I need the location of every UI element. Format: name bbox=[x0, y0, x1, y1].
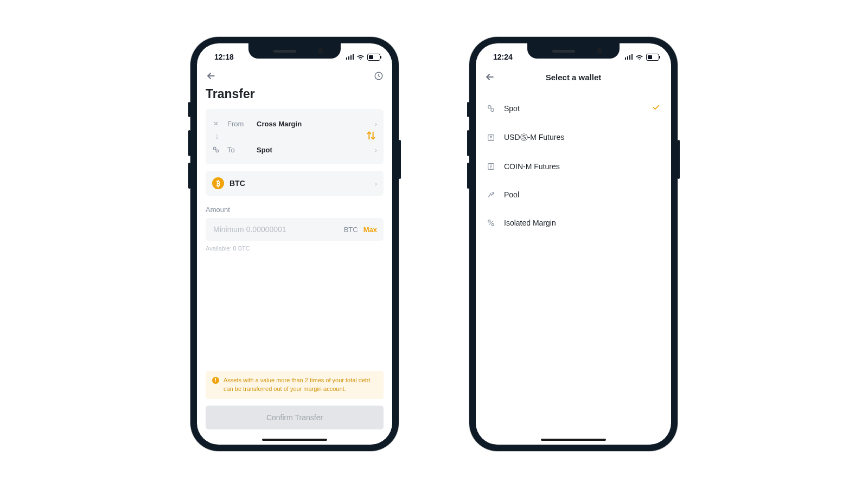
phone-left: 12:18 Transfer bbox=[190, 37, 399, 451]
spot-icon bbox=[487, 104, 496, 113]
svg-point-3 bbox=[488, 105, 491, 108]
from-value: Cross Margin bbox=[257, 120, 368, 128]
swap-direction-button[interactable] bbox=[365, 130, 377, 144]
svg-point-1 bbox=[213, 147, 216, 150]
status-time: 12:18 bbox=[214, 53, 234, 61]
wallet-label: COIN-M Futures bbox=[504, 162, 660, 171]
signal-icon bbox=[346, 54, 354, 60]
svg-point-4 bbox=[491, 108, 494, 111]
from-row[interactable]: From Cross Margin › bbox=[212, 114, 377, 133]
wallet-label: Spot bbox=[504, 104, 644, 113]
wallet-item-coinm-futures[interactable]: COIN-M Futures bbox=[484, 152, 662, 181]
battery-icon bbox=[646, 54, 659, 61]
info-note: ! Assets with a value more than 2 times … bbox=[206, 371, 384, 399]
select-wallet-screen: 12:24 Select a wallet Spot bbox=[476, 43, 671, 445]
phone-right: 12:24 Select a wallet Spot bbox=[469, 37, 678, 451]
cross-margin-icon bbox=[212, 120, 221, 127]
chevron-right-icon: › bbox=[375, 146, 377, 154]
to-value: Spot bbox=[257, 146, 368, 154]
asset-symbol: BTC bbox=[229, 179, 369, 188]
isolated-margin-icon bbox=[487, 219, 496, 227]
max-button[interactable]: Max bbox=[363, 226, 377, 234]
battery-icon bbox=[367, 54, 380, 61]
amount-unit: BTC bbox=[344, 226, 358, 234]
status-time: 12:24 bbox=[493, 53, 513, 61]
home-indicator[interactable] bbox=[541, 439, 606, 441]
transfer-screen: 12:18 Transfer bbox=[197, 43, 392, 445]
svg-point-2 bbox=[216, 150, 219, 152]
svg-point-8 bbox=[492, 223, 494, 226]
transfer-direction-card: From Cross Margin › To Spot › bbox=[206, 109, 384, 164]
pool-icon bbox=[487, 190, 496, 199]
btc-icon: ₿ bbox=[212, 177, 224, 189]
wifi-icon bbox=[635, 54, 643, 60]
signal-icon bbox=[625, 54, 633, 60]
wallet-list: Spot USDⓈ-M Futures COIN-M Futures bbox=[476, 88, 671, 242]
info-text: Assets with a value more than 2 times of… bbox=[224, 376, 377, 394]
wallet-item-usdsm-futures[interactable]: USDⓈ-M Futures bbox=[484, 123, 662, 152]
wallet-item-isolated-margin[interactable]: Isolated Margin bbox=[484, 209, 662, 237]
to-row[interactable]: To Spot › bbox=[212, 140, 377, 159]
svg-point-7 bbox=[488, 220, 490, 222]
top-bar bbox=[197, 65, 392, 85]
check-icon bbox=[652, 103, 660, 113]
futures-icon bbox=[487, 133, 496, 142]
wifi-icon bbox=[356, 54, 365, 60]
chevron-right-icon: › bbox=[375, 120, 377, 128]
back-icon[interactable] bbox=[206, 70, 216, 81]
chevron-right-icon: › bbox=[375, 179, 377, 188]
page-title: Transfer bbox=[197, 85, 392, 109]
wallet-label: USDⓈ-M Futures bbox=[504, 133, 660, 143]
amount-label: Amount bbox=[206, 206, 384, 214]
wallet-label: Isolated Margin bbox=[504, 219, 660, 227]
home-indicator[interactable] bbox=[262, 439, 327, 441]
amount-input[interactable] bbox=[212, 224, 339, 234]
info-icon: ! bbox=[212, 377, 219, 384]
available-balance: Available: 0 BTC bbox=[206, 245, 384, 252]
from-label: From bbox=[227, 120, 250, 128]
direction-arrow-icon bbox=[212, 133, 377, 140]
spot-icon bbox=[212, 146, 221, 153]
to-label: To bbox=[227, 146, 250, 154]
asset-selector[interactable]: ₿ BTC › bbox=[206, 171, 384, 196]
futures-icon bbox=[487, 162, 496, 171]
amount-input-row: BTC Max bbox=[206, 218, 384, 241]
confirm-transfer-button[interactable]: Confirm Transfer bbox=[206, 406, 384, 429]
page-title: Select a wallet bbox=[484, 73, 662, 82]
wallet-item-pool[interactable]: Pool bbox=[484, 181, 662, 209]
top-bar: Select a wallet bbox=[476, 65, 671, 88]
wallet-label: Pool bbox=[504, 190, 660, 199]
wallet-item-spot[interactable]: Spot bbox=[484, 93, 662, 123]
history-icon[interactable] bbox=[374, 71, 384, 81]
